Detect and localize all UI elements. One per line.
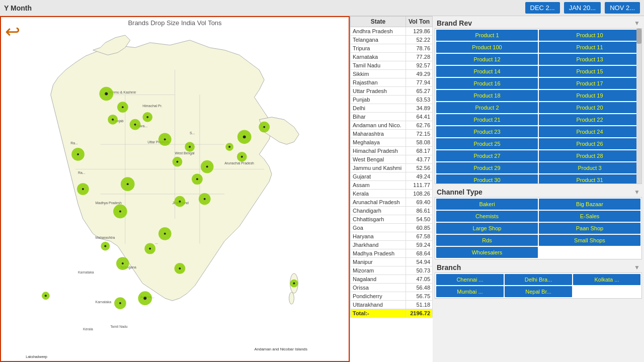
state-name-cell: Madhya Pradesh	[351, 249, 406, 258]
state-vol-cell: 58.08	[406, 138, 432, 147]
brand-btn[interactable]: Product 14	[436, 66, 538, 77]
state-name-cell: Himachal Pradesh	[351, 147, 406, 155]
brand-btn[interactable]: Product 3	[539, 162, 640, 173]
brand-btn[interactable]: Product 24	[539, 126, 640, 137]
svg-text:Karnataka: Karnataka	[96, 300, 112, 304]
brand-btn[interactable]: Product 11	[539, 42, 640, 53]
state-name-cell: Haryana	[351, 232, 406, 241]
svg-point-60	[105, 93, 108, 96]
svg-point-87	[293, 283, 295, 285]
page-title: Y Month	[4, 4, 521, 12]
month-btn-dec[interactable]: DEC 2...	[525, 2, 560, 14]
state-name-cell: Mizoram	[351, 266, 406, 275]
branch-filter-icon[interactable]: ▼	[634, 264, 640, 271]
channel-btn[interactable]: Wholesalers	[436, 247, 538, 258]
svg-point-73	[241, 156, 243, 158]
brand-grid: Product 1Product 10Product 100Product 11…	[435, 29, 641, 184]
state-vol-cell: 129.86	[406, 27, 432, 36]
channel-btn[interactable]: Rds	[436, 235, 538, 246]
brand-btn[interactable]: Product 15	[539, 66, 640, 77]
state-table-area: State Vol Ton Andhra Pradesh129.86Telang…	[350, 16, 433, 362]
svg-point-76	[127, 183, 129, 185]
state-name-cell: Orissa	[351, 284, 406, 292]
state-name-cell: Telangana	[351, 36, 406, 44]
svg-text:...: ...	[155, 241, 158, 244]
month-btn-nov[interactable]: NOV 2...	[605, 2, 640, 14]
svg-point-61	[122, 106, 124, 108]
svg-text:West Bengal: West Bengal	[175, 151, 195, 155]
brand-btn[interactable]: Product 2	[436, 102, 538, 113]
brand-btn[interactable]: Product 18	[436, 90, 538, 101]
brand-btn[interactable]: Product 25	[436, 138, 538, 149]
state-name-cell: Jammu und Kashmi	[351, 164, 406, 172]
svg-point-80	[104, 245, 106, 247]
svg-point-68	[176, 161, 178, 163]
brand-rev-section: Brand Rev ▼ Product 1Product 10Product 1…	[435, 18, 642, 184]
brand-btn[interactable]: Product 12	[436, 54, 538, 65]
branch-section: Branch ▼ Chennai ...Delhi Bra...Kolkata …	[435, 262, 642, 299]
channel-grid: BakeriBig BazaarChemistsE-SalesLarge Sho…	[435, 197, 642, 259]
brand-btn[interactable]: Product 10	[539, 30, 640, 41]
brand-btn[interactable]: Product 19	[539, 90, 640, 101]
brand-btn[interactable]: Product 26	[539, 138, 640, 149]
state-name-cell: Tamil Nadu	[351, 61, 406, 70]
month-btn-jan[interactable]: JAN 20...	[564, 2, 601, 14]
state-vol-cell: 77.28	[406, 53, 432, 61]
state-vol-cell: 68.64	[406, 249, 432, 258]
svg-point-84	[143, 297, 146, 300]
state-name-cell: Tripura	[351, 44, 406, 53]
branch-header: Branch ▼	[435, 262, 642, 273]
brand-btn[interactable]: Product 23	[436, 126, 538, 137]
branch-grid: Chennai ...Delhi Bra...Kolkata ...Mumbai…	[435, 273, 642, 299]
branch-btn[interactable]: Mumbai ...	[436, 286, 504, 297]
svg-point-81	[164, 233, 166, 235]
scrollbar[interactable]	[636, 29, 641, 184]
branch-btn[interactable]: Nepal Br...	[505, 286, 572, 297]
branch-btn[interactable]: Kolkata ...	[573, 274, 640, 285]
branch-btn[interactable]: Delhi Bra...	[505, 274, 572, 285]
brand-btn[interactable]: Product 1	[436, 30, 538, 41]
channel-btn[interactable]: Big Bazaar	[539, 199, 640, 210]
state-vol-cell: 69.40	[406, 198, 432, 207]
undo-arrow-icon[interactable]: ↩	[5, 21, 20, 42]
brand-rev-filter-icon[interactable]: ▼	[634, 20, 640, 27]
svg-point-88	[45, 295, 47, 297]
state-vol-cell: 52.22	[406, 36, 432, 44]
svg-text:Tamil Nadu: Tamil Nadu	[110, 325, 128, 328]
brand-btn[interactable]: Product 31	[539, 174, 640, 184]
brand-btn[interactable]: Product 20	[539, 102, 640, 113]
brand-rev-scroll[interactable]: Product 1Product 10Product 100Product 11…	[435, 28, 642, 184]
scrollbar-thumb[interactable]	[636, 29, 641, 44]
svg-point-74	[196, 178, 198, 180]
brand-btn[interactable]: Product 30	[436, 174, 538, 184]
channel-btn[interactable]: E-Sales	[539, 211, 640, 222]
brand-btn[interactable]: Product 16	[436, 78, 538, 89]
brand-btn[interactable]: Product 29	[436, 162, 538, 173]
state-vol-cell: 67.58	[406, 232, 432, 241]
channel-btn[interactable]: Large Shop	[436, 223, 538, 234]
brand-btn[interactable]: Product 27	[436, 150, 538, 161]
svg-point-77	[179, 201, 181, 203]
channel-btn[interactable]: Bakeri	[436, 199, 538, 210]
state-vol-cell: 49.29	[406, 70, 432, 78]
channel-btn[interactable]: Chemists	[436, 211, 538, 222]
channel-btn[interactable]: Paan Shop	[539, 223, 640, 234]
brand-btn[interactable]: Product 22	[539, 114, 640, 125]
brand-btn[interactable]: Product 13	[539, 54, 640, 65]
channel-btn[interactable]: Small Shops	[539, 235, 640, 246]
svg-point-66	[164, 138, 166, 140]
branch-btn[interactable]: Chennai ...	[436, 274, 504, 285]
state-name-cell: Andhra Pradesh	[351, 27, 406, 36]
brand-btn[interactable]: Product 21	[436, 114, 538, 125]
svg-text:Arunachal Pradesh: Arunachal Pradesh	[224, 161, 254, 165]
svg-point-82	[122, 262, 124, 264]
svg-text:Ra...: Ra...	[78, 171, 86, 174]
svg-text:S...: S...	[190, 131, 195, 135]
brand-btn[interactable]: Product 17	[539, 78, 640, 89]
brand-btn[interactable]: Product 100	[436, 42, 538, 53]
state-vol-cell: 111.77	[406, 181, 432, 190]
state-vol-cell: 54.94	[406, 258, 432, 266]
brand-btn[interactable]: Product 28	[539, 150, 640, 161]
channel-filter-icon[interactable]: ▼	[634, 189, 640, 196]
state-name-cell: Goa	[351, 224, 406, 232]
